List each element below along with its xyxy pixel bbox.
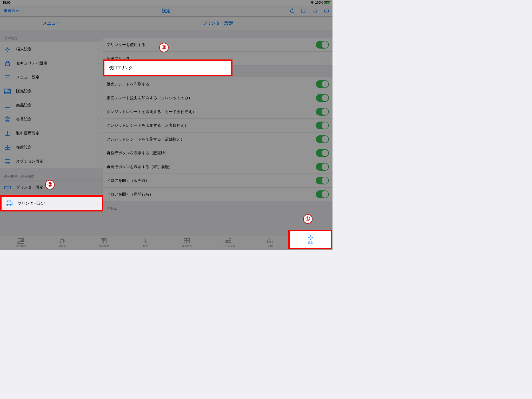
receipt-row[interactable]: 再発行ボタンを表示する（販売時） — [103, 146, 332, 160]
home-icon — [267, 238, 274, 244]
receipt-row-label: 販売レシートを印刷する — [107, 82, 316, 87]
callout-3: ③ — [159, 43, 169, 52]
sidebar-item-book[interactable]: 取引履歴設定› — [0, 126, 103, 140]
tab-grid[interactable]: 在庫管理 — [166, 236, 208, 250]
sidebar-item-printer-settings[interactable]: プリンター設定 › — [2, 197, 102, 210]
columns-icon[interactable] — [301, 8, 307, 14]
svg-rect-11 — [8, 90, 10, 91]
sidebar-item-label: メニュー設定 — [16, 75, 98, 80]
chevron-right-icon: › — [328, 56, 329, 61]
left-pane-title: メニュー — [0, 17, 103, 30]
refresh-icon[interactable] — [289, 8, 295, 14]
highlight-select-printer: 使用プリンタ › — [103, 59, 232, 76]
section-ryoshu-label: 領収証 — [103, 201, 332, 212]
svg-rect-13 — [5, 103, 10, 104]
book-icon — [4, 129, 11, 137]
toggle-on[interactable] — [316, 41, 329, 49]
barcode-icon — [225, 238, 232, 244]
svg-rect-40 — [21, 239, 23, 241]
receipt-row[interactable]: クレジットレシートを印刷する（店舗控え） — [103, 132, 332, 146]
sidebar-item-label: セキュリティ設定 — [16, 61, 98, 66]
tab-barcode[interactable]: データ収集 — [208, 236, 249, 250]
receipt-row[interactable]: 販売レシートを印刷する — [103, 77, 332, 91]
receipt-row[interactable]: クレジットレシートを印刷する（お客様控え） — [103, 119, 332, 132]
tab-home[interactable]: 店舗 — [249, 236, 291, 250]
right-pane-title: プリンター設定 — [103, 17, 332, 30]
tab-settings[interactable]: 設定 — [290, 231, 331, 248]
tab-label: 設定 — [308, 241, 313, 244]
sidebar-item-gear[interactable]: 端末設定› — [0, 42, 103, 56]
svg-line-51 — [147, 242, 147, 242]
svg-text:+: + — [5, 162, 7, 164]
receipt-row[interactable]: ドロアを開く（販売時） — [103, 174, 332, 188]
bell-icon[interactable] — [312, 8, 318, 14]
svg-rect-10 — [4, 92, 11, 94]
tab-label: 取引履歴 — [99, 244, 109, 248]
chevron-right-icon: › — [98, 185, 99, 190]
sidebar-item-menu[interactable]: メニュー設定› — [0, 70, 103, 84]
receipt-row-label: ドロアを開く（再発行時） — [107, 192, 316, 197]
sidebar-item-label: 端末設定 — [16, 47, 98, 52]
svg-rect-34 — [6, 185, 9, 186]
book-icon — [101, 238, 107, 244]
tab-key[interactable]: 精算 — [125, 236, 166, 250]
svg-rect-35 — [6, 188, 9, 190]
svg-rect-52 — [184, 238, 187, 241]
tab-bag[interactable]: 仮販売 — [42, 236, 83, 250]
pos-icon — [17, 238, 24, 244]
chevron-right-icon: › — [98, 89, 99, 93]
receipt-row-label: 再発行ボタンを表示する（取引履歴） — [107, 164, 316, 169]
svg-rect-0 — [301, 9, 306, 13]
sidebar-item-label: 取引履歴設定 — [16, 131, 98, 136]
help-icon[interactable]: ? — [324, 8, 329, 14]
receipt-row[interactable]: 販売レシート控えを印刷する（クレジットのみ） — [103, 91, 332, 105]
menu-icon — [4, 73, 11, 81]
wifi-icon — [310, 1, 314, 4]
svg-rect-27 — [8, 148, 10, 150]
svg-rect-26 — [5, 148, 7, 150]
svg-rect-33 — [4, 186, 11, 189]
svg-rect-12 — [5, 104, 10, 108]
sidebar-item-pos[interactable]: 販売設定› — [0, 84, 103, 98]
chevron-right-icon: › — [98, 47, 99, 51]
toggle-on[interactable] — [316, 108, 329, 116]
svg-rect-54 — [184, 241, 187, 243]
toggle-on[interactable] — [316, 163, 329, 171]
toggle-on[interactable] — [316, 80, 329, 88]
toggle-on[interactable] — [316, 135, 329, 143]
toggle-on[interactable] — [316, 177, 329, 184]
sidebar-item-label: プリンター設定 — [18, 201, 97, 206]
use-printer-label: プリンターを使用する — [107, 42, 316, 47]
status-bar: 15:00 100% ⚡ — [0, 0, 332, 5]
receipt-row[interactable]: クレジットレシートを印刷する（カード会社控え） — [103, 105, 332, 119]
toggle-on[interactable] — [316, 190, 329, 198]
toggle-on[interactable] — [316, 122, 329, 129]
sidebar-item-lines[interactable]: +オプション設定› — [0, 154, 103, 168]
use-printer-row[interactable]: プリンターを使用する — [103, 38, 332, 52]
pos-icon — [4, 87, 11, 95]
sidebar-item-box[interactable]: 商品設定› — [0, 98, 103, 112]
select-printer-row[interactable]: 使用プリンタ › — [103, 59, 232, 76]
nav-title: 設定 — [0, 8, 332, 14]
grid-icon — [184, 238, 190, 244]
highlight-printer-settings: プリンター設定 › — [0, 195, 103, 211]
svg-rect-55 — [187, 241, 189, 243]
chevron-right-icon: › — [97, 201, 98, 205]
svg-rect-60 — [229, 238, 231, 240]
receipt-row[interactable]: 再発行ボタンを表示する（取引履歴） — [103, 160, 332, 174]
sidebar-item-lock[interactable]: セキュリティ設定› — [0, 56, 103, 70]
callout-2: ② — [45, 180, 55, 189]
toggle-on[interactable] — [316, 94, 329, 102]
tab-bar: 販売業務仮販売取引履歴精算在庫管理データ収集店舗設定 — [0, 236, 332, 250]
tab-pos[interactable]: 販売業務 — [0, 236, 42, 250]
tab-book[interactable]: 取引履歴 — [83, 236, 125, 250]
sidebar-item-grid[interactable]: 在庫設定› — [0, 140, 103, 154]
receipt-row[interactable]: ドロアを開く（再発行時） — [103, 188, 332, 201]
sidebar-item-user[interactable]: 会員設定› — [0, 112, 103, 126]
tab-label: 仮販売 — [58, 244, 66, 248]
receipt-row-label: 販売レシート控えを印刷する（クレジットのみ） — [107, 96, 316, 101]
lock-icon — [4, 59, 11, 67]
toggle-on[interactable] — [316, 149, 329, 157]
svg-rect-61 — [269, 241, 271, 243]
tab-label: 店舗 — [268, 244, 273, 248]
